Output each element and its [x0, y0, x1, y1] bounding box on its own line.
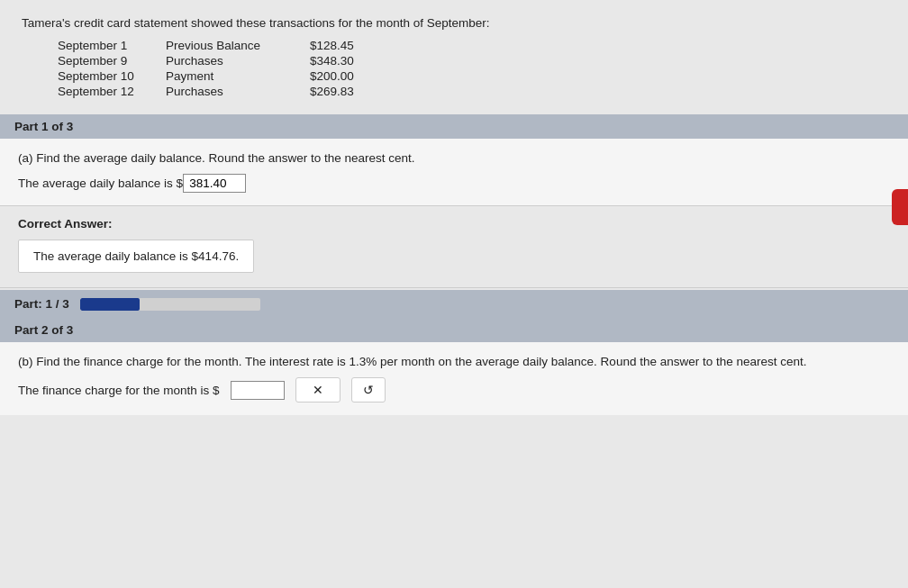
part1-question: (a) Find the average daily balance. Roun…: [18, 151, 890, 165]
problem-text: Tamera's credit card statement showed th…: [22, 16, 886, 30]
table-row: September 12 Purchases $269.83: [58, 85, 886, 98]
part1-answer-input[interactable]: [183, 174, 246, 193]
date-3: September 10: [58, 69, 166, 83]
undo-button[interactable]: ↺: [351, 377, 386, 403]
amount-1: $128.45: [310, 39, 400, 52]
part1-content: (a) Find the average daily balance. Roun…: [0, 139, 908, 206]
progress-bar-container: [80, 298, 260, 311]
part1-header: Part 1 of 3: [0, 114, 908, 139]
date-1: September 1: [58, 39, 166, 52]
part2-header: Part 2 of 3: [0, 318, 908, 342]
part1-answer-prefix: The average daily balance is $: [18, 176, 183, 190]
type-1: Previous Balance: [166, 39, 310, 52]
part2-question: (b) Find the finance charge for the mont…: [18, 355, 890, 368]
amount-2: $348.30: [310, 54, 400, 68]
part2-answer-row: The finance charge for the month is $ ✕ …: [18, 377, 890, 403]
progress-label: Part: 1 / 3: [14, 297, 69, 311]
date-4: September 12: [58, 85, 166, 98]
amount-3: $200.00: [310, 69, 400, 83]
correct-answer-box: The average daily balance is $414.76.: [18, 240, 254, 273]
part2-content: (b) Find the finance charge for the mont…: [0, 342, 908, 415]
correct-answer-label: Correct Answer:: [18, 217, 890, 231]
date-2: September 9: [58, 54, 166, 68]
part1-answer-row: The average daily balance is $: [18, 174, 890, 193]
red-indicator: [892, 189, 908, 225]
progress-section: Part: 1 / 3: [0, 290, 908, 318]
part2-answer-prefix: The finance charge for the month is $: [18, 384, 220, 397]
part2-answer-input[interactable]: [231, 381, 285, 400]
clear-button[interactable]: ✕: [295, 377, 340, 403]
correct-answer-section: Correct Answer: The average daily balanc…: [0, 206, 908, 288]
type-2: Purchases: [166, 54, 310, 68]
transactions-table: September 1 Previous Balance $128.45 Sep…: [58, 39, 886, 98]
type-3: Payment: [166, 69, 310, 83]
main-container: Tamera's credit card statement showed th…: [0, 0, 908, 588]
table-row: September 1 Previous Balance $128.45: [58, 39, 886, 52]
problem-statement: Tamera's credit card statement showed th…: [0, 0, 908, 113]
amount-4: $269.83: [310, 85, 400, 98]
table-row: September 10 Payment $200.00: [58, 69, 886, 83]
progress-bar-fill: [80, 298, 140, 311]
table-row: September 9 Purchases $348.30: [58, 54, 886, 68]
type-4: Purchases: [166, 85, 310, 98]
